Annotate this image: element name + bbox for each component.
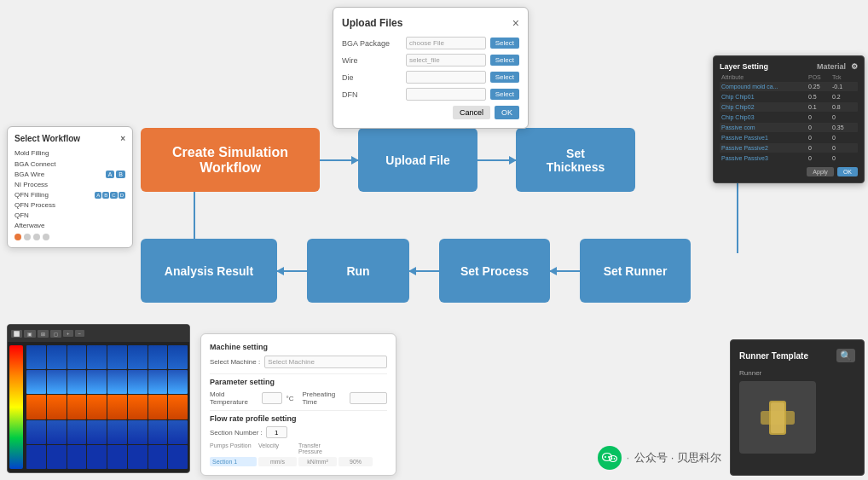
- arrow-run-analysis: [277, 270, 307, 272]
- layer-footer: Apply OK: [720, 167, 858, 176]
- ws-item-2[interactable]: BGA Wire A B: [14, 171, 125, 178]
- layer-row-5: Passive Passive1 0 0: [720, 133, 858, 142]
- heatmap-tb-item-6[interactable]: −: [75, 330, 85, 337]
- upload-footer: Cancel OK: [342, 106, 519, 119]
- ws-item-6[interactable]: QFN: [14, 211, 125, 219]
- upload-title: Upload Files: [342, 17, 402, 29]
- ws-dot-3[interactable]: [43, 234, 49, 240]
- machine-select-row: Select Machine : Select Machine: [210, 356, 387, 368]
- ws-close-icon[interactable]: ×: [120, 134, 125, 143]
- layer-attr-2: Chip Chip02: [721, 104, 808, 110]
- param-row: Mold Temperature °C Preheating Time: [210, 390, 387, 406]
- workflow-row-bottom: Analysis Result Run Set Process Set Runn…: [141, 239, 691, 303]
- section-1-label: Section 1: [210, 457, 257, 466]
- color-scale: [9, 345, 23, 469]
- svg-point-7: [610, 458, 612, 460]
- upload-cancel-btn[interactable]: Cancel: [453, 106, 490, 119]
- svg-point-8: [613, 458, 615, 460]
- box-run[interactable]: Run: [307, 239, 409, 303]
- upload-row-2: Die Select: [342, 71, 519, 84]
- upload-row-1: Wire select_file Select: [342, 54, 519, 67]
- upload-label-1: Wire: [342, 56, 402, 65]
- upload-label-0: BGA Package: [342, 39, 402, 48]
- upload-ok-btn[interactable]: OK: [495, 106, 519, 119]
- runner-label: Runner: [739, 369, 855, 377]
- runner-shape-svg: [752, 392, 803, 443]
- ws-item-5[interactable]: QFN Process: [14, 201, 125, 209]
- ws-item-7[interactable]: Afterwave: [14, 222, 125, 229]
- flow-section-title: Flow rate profile setting: [210, 414, 387, 423]
- ws-pagination: [14, 234, 125, 240]
- upload-btn-3[interactable]: Select: [490, 89, 519, 100]
- param-section-title: Parameter setting: [210, 378, 387, 386]
- upload-row-0: BGA Package choose File Select: [342, 37, 519, 49]
- heatmap-tb-item-4[interactable]: ◻: [50, 330, 61, 338]
- svg-point-5: [605, 456, 606, 458]
- upload-close-icon[interactable]: ×: [512, 16, 519, 30]
- box-set-runner[interactable]: Set Runner: [580, 239, 691, 303]
- layer-ok-btn[interactable]: OK: [837, 167, 858, 176]
- runner-search-btn[interactable]: 🔍: [836, 349, 855, 362]
- ws-item-1[interactable]: BGA Connect: [14, 160, 125, 168]
- layer-row-4: Passive com 0 0.35: [720, 123, 858, 132]
- box-analysis[interactable]: Analysis Result: [141, 239, 277, 303]
- section-number-label: Section Number :: [210, 429, 263, 437]
- ws-dot-1[interactable]: [24, 234, 31, 240]
- layer-attr-5: Passive Passive1: [721, 135, 808, 141]
- svg-point-6: [608, 456, 610, 458]
- machine-select-box[interactable]: Select Machine: [264, 356, 387, 368]
- section-number-row: Section Number : 1: [210, 426, 387, 438]
- heatmap-tb-item-5[interactable]: +: [63, 330, 73, 337]
- box-set-process[interactable]: Set Process: [439, 239, 550, 303]
- arrow-runner-process: [550, 270, 580, 272]
- upload-input-1: select_file: [406, 54, 486, 67]
- flow-table-row-0: Section 1 mm/s kN/mm² 90%: [210, 457, 387, 466]
- runner-header: Runner Template 🔍: [739, 349, 855, 362]
- heatmap-tb-item-2[interactable]: ▣: [24, 330, 36, 338]
- preheating-input[interactable]: [350, 392, 387, 404]
- layer-row-0: Compound mold ca... 0.25 -0.1: [720, 82, 858, 91]
- mold-temp-input[interactable]: [262, 392, 283, 404]
- box-create[interactable]: Create Simulation Workflow: [141, 128, 320, 192]
- box-set-thickness[interactable]: SetThickness: [516, 128, 635, 192]
- heatmap-body: [8, 342, 189, 472]
- layer-attr-6: Passive Passive2: [721, 145, 808, 151]
- ws-item-3[interactable]: NI Process: [14, 181, 125, 188]
- layer-attr-3: Chip Chip03: [721, 114, 808, 120]
- upload-btn-1[interactable]: Select: [490, 55, 519, 66]
- svg-point-4: [609, 456, 616, 462]
- preheating-label: Preheating Time: [302, 390, 345, 406]
- box-upload[interactable]: Upload File: [358, 128, 477, 192]
- layer-row-2: Chip Chip02 0.1 0.8: [720, 102, 858, 112]
- ws-item-4[interactable]: QFN Filling A B C D: [14, 191, 125, 199]
- layer-row-7: Passive Passive3 0 0: [720, 153, 858, 163]
- layer-row-3: Chip Chip03 0 0: [720, 113, 858, 122]
- ws-dot-2[interactable]: [33, 234, 40, 240]
- process-panel: Machine setting Select Machine : Select …: [200, 333, 396, 476]
- arrow-upload-thickness: [477, 159, 516, 161]
- upload-panel-header: Upload Files ×: [342, 16, 519, 30]
- layer-attr-1: Chip Chip01: [721, 94, 808, 100]
- ws-dot-0[interactable]: [14, 234, 21, 240]
- layer-apply-btn[interactable]: Apply: [807, 167, 834, 176]
- heatmap-tb-item-3[interactable]: ⊞: [38, 330, 49, 338]
- layer-table-header: Attribute POS Tck: [720, 74, 858, 80]
- ws-item-0[interactable]: Mold Filling: [14, 148, 125, 158]
- upload-input-0: choose File: [406, 37, 486, 49]
- upload-files-panel: Upload Files × BGA Package choose File S…: [333, 7, 529, 129]
- section-number-input[interactable]: 1: [266, 426, 287, 438]
- layer-panel-header: Layer Setting Material ⚙: [720, 62, 858, 71]
- heatmap-tb-item[interactable]: ⬜: [11, 330, 22, 338]
- divider-1: [210, 373, 387, 374]
- layer-attr-7: Passive Passive3: [721, 155, 808, 161]
- layer-gear-icon[interactable]: ⚙: [851, 62, 858, 71]
- wechat-icon: [598, 446, 622, 470]
- mold-temp-label: Mold Temperature: [210, 390, 258, 406]
- upload-btn-0[interactable]: Select: [490, 38, 519, 49]
- runner-preview-box: [739, 381, 816, 454]
- layer-row-6: Passive Passive2 0 0: [720, 143, 858, 153]
- upload-btn-2[interactable]: Select: [490, 72, 519, 83]
- main-canvas: Create Simulation Workflow Upload File S…: [0, 0, 868, 480]
- upload-label-3: DFN: [342, 90, 402, 99]
- wechat-dot: ·: [627, 452, 629, 464]
